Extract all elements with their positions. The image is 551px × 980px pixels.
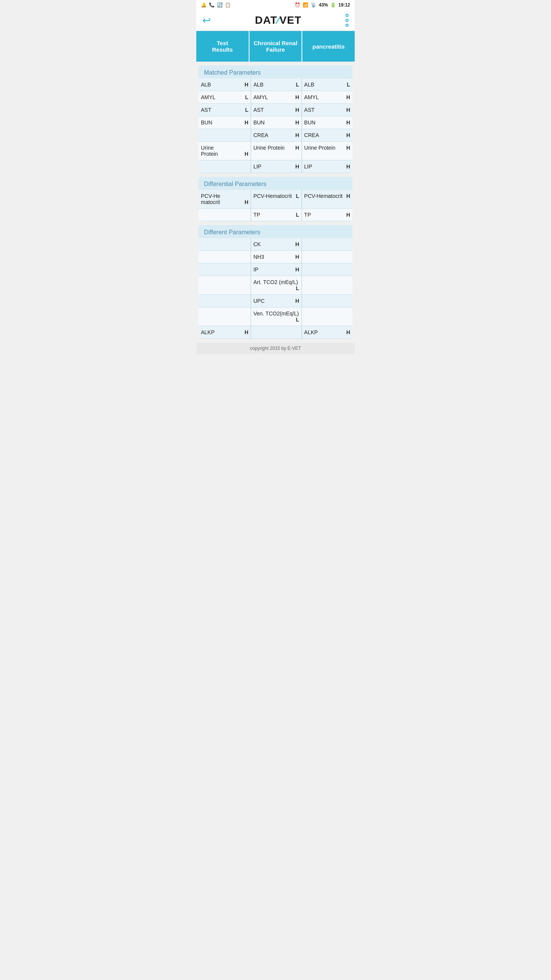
param-flag: H <box>243 119 248 126</box>
differential-parameters-header: Differential Parameters <box>199 177 352 190</box>
param-name: CK <box>253 241 261 247</box>
col2-cell: IPH <box>251 263 302 276</box>
col1-cell <box>199 307 251 326</box>
col2-cell: AMYLH <box>251 91 302 104</box>
col3-cell: BUNH <box>302 116 352 129</box>
param-flag: H <box>243 199 248 205</box>
col2-cell: NH3H <box>251 251 302 263</box>
alarm-icon: ⏰ <box>295 2 300 8</box>
app-logo: DAT∕VET <box>255 14 302 26</box>
wifi-icon: 📶 <box>303 2 308 8</box>
col2-cell: Urine ProteinH <box>251 142 302 160</box>
battery-level: 43% <box>319 2 328 8</box>
col2-cell: ALBL <box>251 78 302 91</box>
param-name: PCV-Hematocrit <box>253 193 292 199</box>
col3-cell: ASTH <box>302 104 352 116</box>
col1-cell: ALKPH <box>199 326 251 339</box>
table-row: UPCH <box>199 295 352 307</box>
col2-cell: TPL <box>251 209 302 221</box>
param-flag: L <box>294 193 299 199</box>
param-name: NH3 <box>253 254 264 260</box>
col1-cell: ASTL <box>199 104 251 116</box>
param-name: Art. TCO2 (mEq/L) <box>253 279 298 285</box>
col1-cell <box>199 263 251 276</box>
param-name: AST <box>201 107 211 113</box>
param-name: LIP <box>253 163 261 170</box>
status-left: 🔔 📞 🔄 📋 <box>201 2 231 8</box>
menu-button[interactable] <box>346 14 349 27</box>
col2-cell: Art. TCO2 (mEq/L)L <box>251 276 302 295</box>
param-name: Urine Protein <box>253 145 285 151</box>
col3-cell <box>302 295 352 307</box>
matched-parameters-table: ALBHALBLALBLAMYLLAMYLHAMYLHASTLASTHASTHB… <box>199 78 352 173</box>
param-name: UPC <box>253 298 265 304</box>
app-header: ↩ DAT∕VET <box>196 10 355 31</box>
param-flag: H <box>345 94 350 100</box>
col1-cell <box>199 295 251 307</box>
param-name: AST <box>253 107 264 113</box>
param-flag: H <box>345 119 350 126</box>
table-row: ASTLASTHASTH <box>199 104 352 116</box>
param-name: AMYL <box>201 94 215 100</box>
col1-cell <box>199 160 251 173</box>
col1-cell <box>199 129 251 142</box>
param-name: CREA <box>304 132 319 138</box>
col3-cell <box>302 263 352 276</box>
col1-cell <box>199 251 251 263</box>
param-flag: H <box>294 107 299 113</box>
matched-parameters-header: Matched Parameters <box>199 65 352 78</box>
table-row: BUNHBUNHBUNH <box>199 116 352 129</box>
sync-icon: 🔄 <box>217 2 223 8</box>
param-name: AMYL <box>304 94 319 100</box>
table-row: Art. TCO2 (mEq/L)L <box>199 276 352 295</box>
param-name: Urine Protein <box>304 145 336 151</box>
col3-cell: ALKPH <box>302 326 352 339</box>
param-flag: H <box>345 107 350 113</box>
status-bar: 🔔 📞 🔄 📋 ⏰ 📶 📡 43% 🔋 19:12 <box>196 0 355 10</box>
col2-cell: CREAH <box>251 129 302 142</box>
footer: copyright 2015 by E-VET <box>196 343 355 354</box>
table-row: AMYLLAMYLHAMYLH <box>199 91 352 104</box>
tab-test-results[interactable]: Test Results <box>196 31 249 62</box>
tab-pancreatitis[interactable]: pancreatitis <box>302 31 355 62</box>
table-row: TPLTPH <box>199 209 352 221</box>
param-name: ALKP <box>304 329 318 335</box>
col1-cell: Urine ProteinH <box>199 142 251 160</box>
param-flag: H <box>294 94 299 100</box>
param-name: BUN <box>253 119 265 126</box>
back-button[interactable]: ↩ <box>202 15 211 26</box>
param-flag: H <box>294 132 299 138</box>
param-name: AMYL <box>253 94 268 100</box>
param-flag: H <box>345 212 350 218</box>
menu-dot-1 <box>346 14 349 17</box>
param-name: TP <box>253 212 260 218</box>
param-flag: H <box>294 298 299 304</box>
param-flag: L <box>244 94 249 100</box>
param-flag: H <box>243 151 248 157</box>
col1-cell <box>199 238 251 251</box>
param-flag: L <box>294 82 299 88</box>
table-row: PCV-He matocritHPCV-HematocritLPCV-Hemat… <box>199 190 352 209</box>
param-name: Urine Protein <box>201 145 218 157</box>
col1-cell: AMYLL <box>199 91 251 104</box>
param-flag: H <box>294 145 299 151</box>
signal-icon: 📡 <box>311 2 316 8</box>
col3-cell <box>302 251 352 263</box>
param-flag: H <box>294 241 299 247</box>
param-name: LIP <box>304 163 312 170</box>
col2-cell: BUNH <box>251 116 302 129</box>
notification-icon: 🔔 <box>201 2 207 8</box>
param-flag: H <box>294 163 299 170</box>
param-flag: L <box>294 317 299 323</box>
col3-cell <box>302 276 352 295</box>
param-flag: H <box>345 132 350 138</box>
tab-chronical-renal-failure[interactable]: Chronical Renal Failure <box>249 31 303 62</box>
menu-dot-3 <box>346 24 349 27</box>
param-name: IP <box>253 266 258 273</box>
param-name: ALB <box>201 82 211 88</box>
matched-parameters-section: Matched Parameters ALBHALBLALBLAMYLLAMYL… <box>199 65 352 173</box>
tab-bar: Test Results Chronical Renal Failure pan… <box>196 31 355 62</box>
differential-parameters-table: PCV-He matocritHPCV-HematocritLPCV-Hemat… <box>199 190 352 221</box>
col3-cell: Urine ProteinH <box>302 142 352 160</box>
status-right: ⏰ 📶 📡 43% 🔋 19:12 <box>295 2 350 8</box>
